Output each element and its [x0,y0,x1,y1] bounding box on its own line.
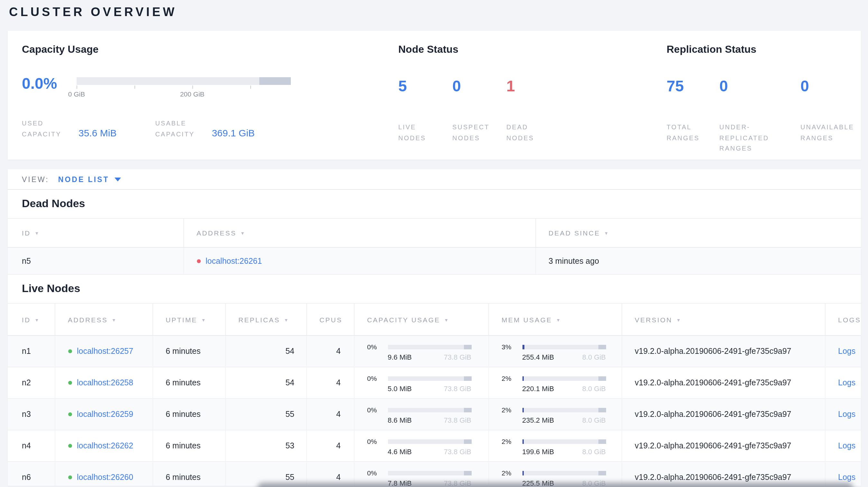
column-header-replicas[interactable]: REPLICAS▼ [225,303,306,335]
dead-table-header-row: ID▼ ADDRESS▼ DEAD SINCE▼ [8,219,861,247]
node-address-link[interactable]: localhost:26262 [77,441,133,450]
capacity-usage-widget: 0% 4.6 MiB 73.8 GiB [367,436,488,455]
capacity-usage-bar [388,376,471,381]
mem-usage-bar [522,470,606,475]
column-header-id[interactable]: ID▼ [8,303,55,335]
mem-usage-bar [522,439,606,444]
dead-nodes-stat: 1 DEAD NODES [506,78,560,143]
capacity-usage-widget: 0% 9.6 MiB 73.8 GiB [367,342,488,361]
usage-fill [522,376,524,381]
column-label: LOGS [838,316,861,323]
capacity-percent: 0% [367,437,382,445]
mem-used-value: 235.2 MiB [522,416,554,424]
column-label: VERSION [635,316,672,323]
node-version-cell: v19.2.0-alpha.20190606-2491-gfe735c9a97 [622,430,825,462]
capacity-usage-bar [388,439,471,444]
node-cpus-cell: 4 [306,462,354,486]
dead-nodes-count: 1 [506,78,560,94]
column-header-address[interactable]: ADDRESS▼ [55,303,153,335]
node-address-cell: localhost:26259 [55,398,153,430]
capacity-bar-block: 0 GiB 200 GiB [76,76,291,99]
column-header-address[interactable]: ADDRESS▼ [183,219,535,247]
node-mem-cell: 2% 235.2 MiB 8.0 GiB [488,398,622,430]
mem-usage-widget: 2% 199.6 MiB 8.0 GiB [502,436,621,455]
column-label: ADDRESS [68,316,108,323]
node-cpus-cell: 4 [306,430,354,462]
node-capacity-cell: 0% 9.6 MiB 73.8 GiB [354,335,488,367]
usage-values-row: 4.6 MiB 73.8 GiB [388,448,471,455]
node-address-link[interactable]: localhost:26259 [77,410,133,419]
node-version-cell: v19.2.0-alpha.20190606-2491-gfe735c9a97 [622,335,825,367]
column-header-cpus[interactable]: CPUS [306,303,354,335]
node-address-cell: localhost:26261 [183,247,535,274]
logs-link[interactable]: Logs [838,378,856,387]
logs-link[interactable]: Logs [838,410,856,419]
column-header-uptime[interactable]: UPTIME▼ [153,303,225,335]
column-header-id[interactable]: ID▼ [8,219,183,247]
dead-since-cell: 3 minutes ago [535,247,861,274]
axis-tick-label: 0 GiB [68,90,85,98]
node-status-title: Node Status [398,44,560,55]
column-label: DEAD SINCE [549,229,600,237]
capacity-usage-widget: 0% 5.0 MiB 73.8 GiB [367,373,488,392]
capacity-usage-widget: 0% 8.6 MiB 73.8 GiB [367,404,488,424]
sort-desc-icon: ▼ [676,318,682,322]
axis-tick [192,86,193,89]
node-address-link[interactable]: localhost:26258 [77,378,133,387]
capacity-usage-bar [388,470,471,475]
usage-values-row: 235.2 MiB 8.0 GiB [522,416,606,424]
mem-usage-bar [522,376,606,381]
node-list-card: VIEW: NODE LIST Dead Nodes ID▼ ADDRESS▼ … [8,169,861,486]
bar-reserved-segment [464,376,471,381]
column-label: UPTIME [166,316,197,323]
bar-reserved-segment [598,345,606,349]
used-capacity-value: 35.6 MiB [79,127,117,140]
capacity-total-value: 73.8 GiB [444,416,471,424]
capacity-usage-row: 0.0% 0 GiB 200 GiB [22,76,291,99]
node-address-link[interactable]: localhost:26261 [206,256,262,265]
logs-link[interactable]: Logs [838,441,856,450]
mem-percent: 2% [502,469,517,477]
suspect-nodes-label: SUSPECT NODES [452,122,495,143]
node-replicas-cell: 55 [225,462,306,486]
dead-nodes-table: ID▼ ADDRESS▼ DEAD SINCE▼ n5 localhost:26… [8,218,861,275]
logs-link[interactable]: Logs [838,347,856,356]
sort-desc-icon: ▼ [444,318,450,322]
node-id-cell: n3 [8,398,55,430]
node-uptime-cell: 6 minutes [153,430,225,462]
node-mem-cell: 3% 255.4 MiB 8.0 GiB [488,335,622,367]
node-id-cell: n5 [8,247,183,274]
mem-usage-bar [522,345,606,349]
mem-usage-widget: 2% 220.1 MiB 8.0 GiB [502,373,621,392]
replication-status-title: Replication Status [666,44,865,55]
unavailable-count: 0 [800,78,865,94]
node-uptime-cell: 6 minutes [153,335,225,367]
live-nodes-label: LIVE NODES [398,122,441,143]
column-label: MEM USAGE [502,316,552,323]
usage-bar-row: 0% [367,375,488,382]
node-capacity-cell: 0% 5.0 MiB 73.8 GiB [354,367,488,398]
node-version-cell: v19.2.0-alpha.20190606-2491-gfe735c9a97 [622,462,825,486]
column-header-mem-usage[interactable]: MEM USAGE▼ [488,303,622,335]
usage-bar-row: 0% [367,437,488,445]
node-cpus-cell: 4 [306,335,354,367]
live-node-row: n2 localhost:26258 6 minutes 54 4 0% 5.0… [8,367,861,398]
column-header-capacity-usage[interactable]: CAPACITY USAGE▼ [354,303,488,335]
usage-bar-row: 2% [502,437,621,445]
bar-reserved-segment [464,439,471,444]
column-header-dead-since[interactable]: DEAD SINCE▼ [535,219,861,247]
node-address-link[interactable]: localhost:26260 [77,473,133,482]
node-address-link[interactable]: localhost:26257 [77,347,133,356]
capacity-stats-row: USED CAPACITY 35.6 MiB USABLE CAPACITY 3… [22,118,291,140]
usage-values-row: 199.6 MiB 8.0 GiB [522,448,606,455]
node-uptime-cell: 6 minutes [153,398,225,430]
capacity-total-value: 73.8 GiB [444,385,471,392]
column-header-version[interactable]: VERSION▼ [622,303,825,335]
node-uptime-cell: 6 minutes [153,462,225,486]
capacity-percent: 0% [367,343,382,351]
logs-link[interactable]: Logs [838,473,856,482]
live-nodes-table: ID▼ ADDRESS▼ UPTIME▼ REPLICAS▼ CPUS CAPA… [8,303,861,486]
view-selector-dropdown[interactable]: NODE LIST [58,175,121,183]
node-cpus-cell: 4 [306,398,354,430]
node-logs-cell: Logs [825,398,861,430]
